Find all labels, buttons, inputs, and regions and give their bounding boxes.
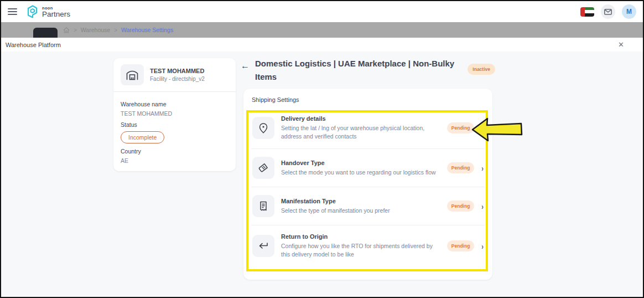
setting-row-manifestation-type[interactable]: Manifestation Type Select the type of ma… bbox=[251, 188, 485, 224]
setting-description: Select the mode you want to use regardin… bbox=[281, 168, 440, 177]
chevron-right-icon[interactable]: › bbox=[481, 124, 484, 133]
setting-title: Manifestation Type bbox=[281, 198, 440, 204]
sidebar-logo-remnant bbox=[33, 28, 58, 38]
country-label: Country bbox=[121, 148, 228, 155]
hamburger-menu-icon[interactable] bbox=[8, 8, 17, 15]
panel-header: ← Domestic Logistics | UAE Marketplace |… bbox=[241, 57, 495, 84]
breadcrumb-item-warehouse-settings[interactable]: Warehouse Settings bbox=[121, 27, 173, 33]
country-value: AE bbox=[121, 157, 228, 164]
setting-description: Configure how you like the RTO for shipm… bbox=[281, 242, 440, 259]
chevron-right-icon[interactable]: › bbox=[481, 202, 484, 211]
breadcrumb-separator: > bbox=[114, 27, 117, 33]
pending-badge: Pending bbox=[447, 201, 475, 212]
breadcrumb-bar: > Warehouse > Warehouse Settings bbox=[1, 22, 643, 38]
pending-badge: Pending bbox=[447, 122, 475, 133]
modal-content: TEST MOHAMMED Facility - directship_v2 W… bbox=[1, 52, 643, 297]
top-header: noon Partners M bbox=[1, 1, 643, 22]
chevron-right-icon[interactable]: › bbox=[481, 242, 484, 251]
row-divider bbox=[251, 187, 485, 187]
status-label: Status bbox=[121, 121, 228, 128]
noon-logo-icon bbox=[26, 5, 38, 18]
row-divider bbox=[251, 225, 485, 225]
modal-title: Warehouse Platform bbox=[6, 42, 61, 48]
page-title: Domestic Logistics | UAE Marketplace | N… bbox=[255, 57, 465, 84]
warehouse-name-label: Warehouse name bbox=[121, 101, 228, 107]
setting-row-handover-type[interactable]: Handover Type Select the mode you want t… bbox=[251, 150, 485, 186]
inactive-badge: Inactive bbox=[468, 64, 495, 75]
close-icon[interactable]: ✕ bbox=[618, 41, 624, 48]
modal-title-bar: Warehouse Platform ✕ bbox=[1, 38, 643, 52]
uae-flag-icon[interactable] bbox=[580, 7, 594, 17]
warehouse-summary-card: TEST MOHAMMED Facility - directship_v2 W… bbox=[113, 58, 236, 171]
noon-partners-logo[interactable]: noon Partners bbox=[26, 5, 70, 18]
shipping-settings-heading: Shipping Settings bbox=[252, 96, 485, 103]
icon-box bbox=[252, 195, 274, 217]
warehouse-icon bbox=[126, 70, 138, 80]
icon-box bbox=[252, 235, 274, 257]
setting-title: Delivery details bbox=[281, 115, 440, 122]
setting-title: Handover Type bbox=[281, 160, 440, 166]
tag-icon bbox=[258, 163, 268, 173]
status-badge: Incomplete bbox=[121, 131, 164, 143]
setting-description: Select the type of manifestation you pre… bbox=[281, 207, 440, 215]
breadcrumb: > Warehouse > Warehouse Settings bbox=[63, 22, 173, 38]
breadcrumb-separator: > bbox=[74, 27, 77, 33]
user-avatar[interactable]: M bbox=[622, 4, 636, 19]
breadcrumb-item-warehouse[interactable]: Warehouse bbox=[81, 27, 110, 33]
home-icon[interactable] bbox=[63, 27, 70, 33]
warehouse-platform-screen: noon Partners M > Wareh bbox=[0, 0, 644, 298]
pending-badge: Pending bbox=[447, 240, 475, 251]
setting-row-delivery-details[interactable]: Delivery details Setting the lat / lng o… bbox=[251, 109, 485, 147]
setting-row-return-to-origin[interactable]: Return to Origin Configure how you like … bbox=[251, 227, 485, 265]
setting-title: Return to Origin bbox=[281, 233, 440, 240]
facility-subtitle: Facility - directship_v2 bbox=[150, 76, 205, 82]
logo-word-partners: Partners bbox=[42, 11, 70, 18]
warehouse-name-value: TEST MOHAMMED bbox=[121, 110, 228, 117]
chevron-right-icon[interactable]: › bbox=[481, 163, 484, 173]
setting-description: Setting the lat / lng of your warehouse … bbox=[281, 124, 440, 141]
icon-box bbox=[252, 157, 274, 179]
back-arrow-icon[interactable]: ← bbox=[241, 61, 250, 84]
shipping-settings-card: Shipping Settings Delivery details Setti… bbox=[243, 89, 492, 280]
icon-box bbox=[252, 117, 274, 139]
mail-icon bbox=[604, 9, 612, 15]
location-pin-icon bbox=[259, 123, 268, 133]
pending-badge: Pending bbox=[447, 162, 475, 173]
mail-button[interactable] bbox=[601, 4, 615, 19]
return-arrow-icon bbox=[258, 242, 268, 250]
warehouse-name-heading: TEST MOHAMMED bbox=[150, 68, 205, 74]
receipt-icon bbox=[259, 201, 268, 211]
warehouse-icon-box bbox=[121, 64, 144, 85]
row-divider bbox=[251, 148, 485, 149]
